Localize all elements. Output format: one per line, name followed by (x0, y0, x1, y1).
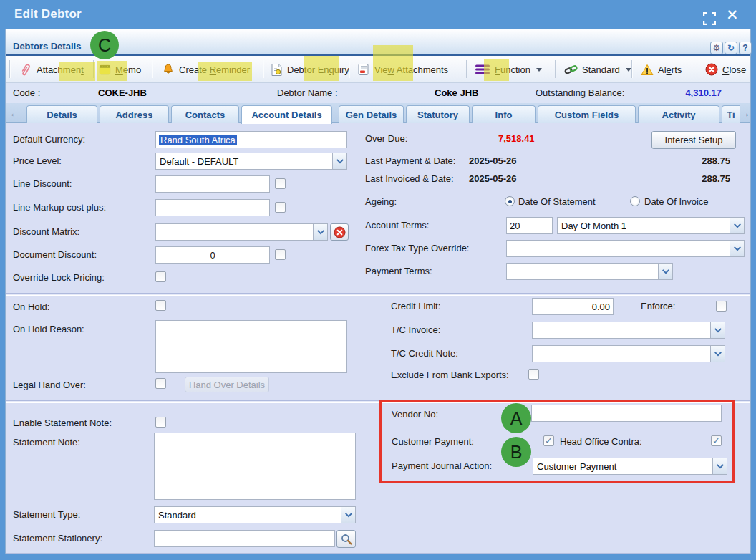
statement-type-label: Statement Type: (13, 509, 80, 520)
statement-note-textarea[interactable] (154, 433, 356, 500)
selected-text: Rand South Africa (159, 135, 237, 145)
enforce-checkbox[interactable] (716, 301, 727, 312)
on-hold-reason-textarea[interactable] (155, 320, 347, 373)
maximize-icon[interactable] (703, 12, 716, 25)
tab-scroll-right-icon[interactable]: → (740, 107, 750, 119)
tab-activity[interactable]: Activity (638, 105, 719, 123)
customer-payment-checkbox[interactable] (543, 435, 554, 446)
document-discount-checkbox[interactable] (275, 249, 286, 260)
close-button[interactable]: Close (705, 56, 746, 83)
override-lock-pricing-checkbox[interactable] (155, 271, 166, 282)
edit-debtor-window: Edit Debtor ✕ Debtors Details ⚙ ↻ ? Atta… (0, 0, 756, 560)
tc-invoice-select[interactable] (532, 322, 725, 339)
debtor-enquiry-button[interactable]: Debtor Enquiry (271, 56, 349, 83)
account-terms-label: Account Terms: (365, 220, 429, 231)
link-icon (564, 64, 578, 76)
close-red-icon (705, 63, 718, 76)
tab-address[interactable]: Address (100, 105, 169, 123)
magnifier-icon (341, 534, 352, 545)
last-payment-amount: 288.75 (630, 155, 730, 166)
toolbar-separator (631, 60, 632, 78)
tc-credit-note-label: T/C Credit Note: (391, 348, 458, 359)
price-level-select[interactable]: Default - DEFAULT (155, 153, 347, 170)
payment-terms-select[interactable] (506, 263, 673, 280)
line-markup-label: Line Markup cost plus: (13, 202, 106, 213)
toolbar-separator (349, 60, 349, 78)
on-hold-label: On Hold: (13, 301, 49, 312)
tab-details[interactable]: Details (26, 105, 97, 123)
tab-scroll-left-icon[interactable]: ← (9, 107, 20, 119)
vendor-no-label: Vendor No: (392, 409, 438, 420)
statement-stationery-input[interactable] (154, 530, 335, 547)
close-window-icon[interactable]: ✕ (726, 6, 739, 24)
help-icon[interactable]: ? (739, 42, 752, 54)
discount-matrix-label: Discount Matrix: (13, 226, 79, 237)
date-of-invoice-radio[interactable] (630, 196, 640, 206)
chevron-down-icon (332, 153, 346, 169)
line-discount-checkbox[interactable] (275, 178, 286, 189)
memo-icon (99, 64, 111, 76)
tab-statutory[interactable]: Statutory (406, 105, 470, 123)
attachment-button[interactable]: Attachment (19, 56, 84, 83)
line-markup-checkbox[interactable] (275, 202, 286, 213)
panel-header (6, 29, 750, 56)
refresh-icon[interactable]: ↻ (724, 42, 737, 54)
line-discount-input[interactable] (155, 175, 270, 193)
memo-button[interactable]: Memo (99, 56, 141, 83)
hamburger-menu-icon (475, 64, 490, 75)
default-currency-label: Default Currency: (13, 134, 85, 145)
standard-menu-button[interactable]: Standard (564, 56, 631, 83)
account-terms-period-select[interactable]: Day Of Month 1 (557, 217, 745, 234)
date-of-statement-radio[interactable] (505, 196, 515, 206)
vendor-no-input[interactable] (531, 405, 722, 422)
hand-over-details-button[interactable]: Hand Over Details (185, 377, 269, 392)
tab-clipped[interactable]: Ti (722, 105, 740, 123)
tab-info[interactable]: Info (472, 105, 536, 123)
enforce-label: Enforce: (641, 301, 675, 312)
create-reminder-button[interactable]: Create Reminder (162, 56, 250, 83)
function-menu-button[interactable]: Function (475, 56, 542, 83)
statement-type-select[interactable]: Standard (154, 506, 356, 523)
tab-account-details[interactable]: Account Details (241, 105, 332, 124)
section-divider (6, 293, 750, 296)
view-attachments-button[interactable]: View Attachments (357, 56, 448, 83)
forex-tax-override-label: Forex Tax Type Override: (365, 243, 469, 254)
discount-matrix-select[interactable] (155, 223, 328, 241)
alerts-button[interactable]: Alerts (641, 56, 682, 83)
last-invoiced-amount: 288.75 (630, 173, 730, 184)
outstanding-balance-label: Outstanding Balance: (536, 87, 624, 98)
on-hold-checkbox[interactable] (155, 300, 166, 311)
override-lock-pricing-label: Override Lock Pricing: (13, 272, 105, 283)
section-divider (6, 400, 750, 403)
tc-credit-note-select[interactable] (532, 345, 725, 362)
debtor-name-value: Coke JHB (435, 87, 478, 98)
exclude-bank-exports-checkbox[interactable] (528, 369, 539, 380)
tab-custom-fields[interactable]: Custom Fields (538, 105, 636, 123)
exclude-bank-exports-label: Exclude From Bank Exports: (391, 370, 509, 380)
credit-limit-label: Credit Limit: (391, 301, 440, 312)
date-of-invoice-label: Date Of Invoice (644, 196, 709, 207)
last-payment-date: 2025-05-26 (469, 155, 517, 166)
tab-gen-details[interactable]: Gen Details (339, 105, 404, 123)
search-stationery-button[interactable] (336, 530, 356, 548)
default-currency-input[interactable]: Rand South Africa (155, 131, 347, 148)
credit-limit-input[interactable]: 0.00 (532, 298, 614, 315)
toolbar-separator (263, 60, 263, 78)
interest-setup-button[interactable]: Interest Setup (651, 131, 736, 149)
forex-tax-override-select[interactable] (506, 240, 745, 257)
line-markup-input[interactable] (155, 199, 270, 216)
document-attachment-icon (357, 63, 370, 76)
payment-journal-action-select[interactable]: Customer Payment (533, 458, 727, 475)
document-discount-label: Document Discount: (13, 249, 97, 260)
account-terms-input[interactable]: 20 (506, 217, 553, 234)
enable-statement-note-checkbox[interactable] (155, 417, 166, 428)
legal-hand-over-checkbox[interactable] (155, 378, 166, 389)
chevron-down-icon (658, 264, 672, 279)
tab-contacts[interactable]: Contacts (171, 105, 239, 123)
clear-discount-matrix-button[interactable] (330, 223, 349, 241)
document-discount-input[interactable]: 0 (155, 246, 270, 264)
chevron-down-icon (710, 346, 724, 362)
head-office-contra-checkbox[interactable] (711, 435, 722, 446)
settings-gear-icon[interactable]: ⚙ (710, 42, 723, 54)
code-label: Code : (13, 87, 40, 98)
